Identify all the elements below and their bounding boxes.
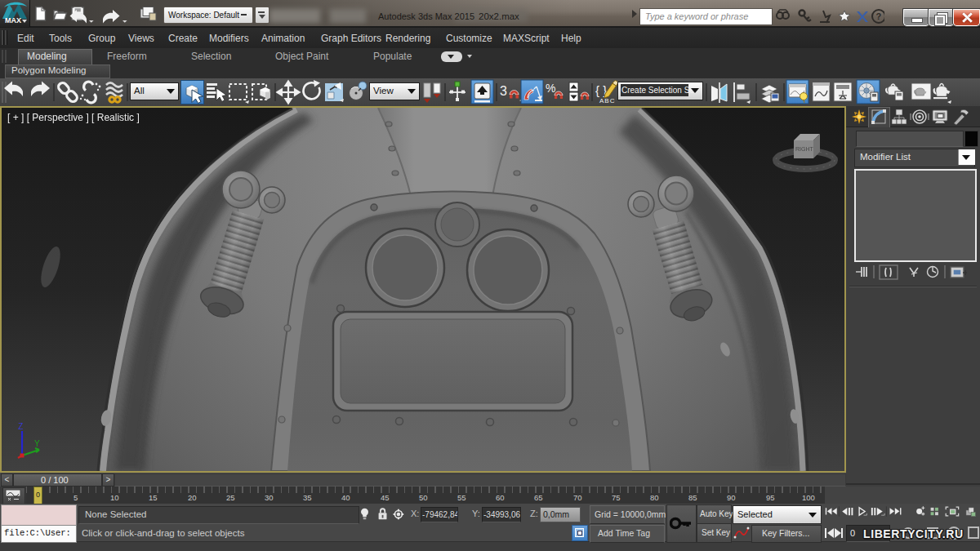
svg-text:?: ? <box>876 11 882 21</box>
svg-text:Z: Z <box>18 422 23 431</box>
svg-text:[ + ] [ Perspective ] [ Realis: [ + ] [ Perspective ] [ Realistic ] <box>7 112 140 123</box>
svg-text:ABC: ABC <box>599 97 615 104</box>
svg-text:%: % <box>546 82 555 95</box>
svg-text:Y: Y <box>34 439 40 448</box>
svg-text:RIGHT: RIGHT <box>795 146 814 152</box>
svg-text:3: 3 <box>500 84 507 98</box>
